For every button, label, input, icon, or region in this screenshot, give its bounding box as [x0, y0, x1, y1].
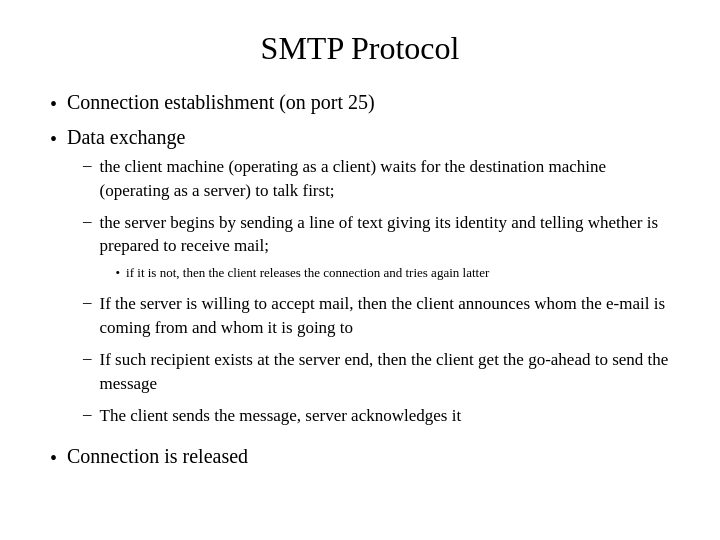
bullet-text-released: Connection is released [67, 445, 670, 468]
sub-bullet-text-server: the server begins by sending a line of t… [100, 213, 659, 256]
bullet-dot-3: • [50, 447, 57, 470]
bullet-dot-1: • [50, 93, 57, 116]
dash-3: – [83, 292, 92, 312]
main-bullet-released: • Connection is released [50, 445, 670, 470]
dash-1: – [83, 155, 92, 175]
dash-5: – [83, 404, 92, 424]
sub-bullet-recipient: – If such recipient exists at the server… [83, 348, 670, 396]
sub-sub-bullets-list: • if it is not, then the client releases… [116, 264, 670, 282]
sub-bullet-text-server-container: the server begins by sending a line of t… [100, 211, 670, 285]
sub-bullet-willing: – If the server is willing to accept mai… [83, 292, 670, 340]
sub-sub-bullet-text: if it is not, then the client releases t… [126, 264, 670, 282]
bullet-text-data-exchange-container: Data exchange – the client machine (oper… [67, 126, 670, 435]
slide: SMTP Protocol • Connection establishment… [0, 0, 720, 540]
bullet-text-data-exchange: Data exchange [67, 126, 185, 148]
bullet-text-connection: Connection establishment (on port 25) [67, 91, 670, 114]
bullet-dot-2: • [50, 128, 57, 151]
sub-bullet-text-sends: The client sends the message, server ack… [100, 404, 670, 428]
sub-bullet-text-client: the client machine (operating as a clien… [100, 155, 670, 203]
sub-bullet-text-recipient: If such recipient exists at the server e… [100, 348, 670, 396]
sub-bullet-client-sends: – The client sends the message, server a… [83, 404, 670, 428]
sub-bullets-list: – the client machine (operating as a cli… [83, 155, 670, 427]
main-bullet-data-exchange: • Data exchange – the client machine (op… [50, 126, 670, 435]
dash-4: – [83, 348, 92, 368]
sub-sub-dot: • [116, 264, 121, 282]
sub-bullet-server-begins: – the server begins by sending a line of… [83, 211, 670, 285]
dash-2: – [83, 211, 92, 231]
main-bullet-connection: • Connection establishment (on port 25) [50, 91, 670, 116]
sub-bullet-text-willing: If the server is willing to accept mail,… [100, 292, 670, 340]
sub-bullet-client-machine: – the client machine (operating as a cli… [83, 155, 670, 203]
slide-title: SMTP Protocol [50, 30, 670, 67]
main-bullets-list: • Connection establishment (on port 25) … [50, 91, 670, 480]
sub-sub-bullet-if-not: • if it is not, then the client releases… [116, 264, 670, 282]
